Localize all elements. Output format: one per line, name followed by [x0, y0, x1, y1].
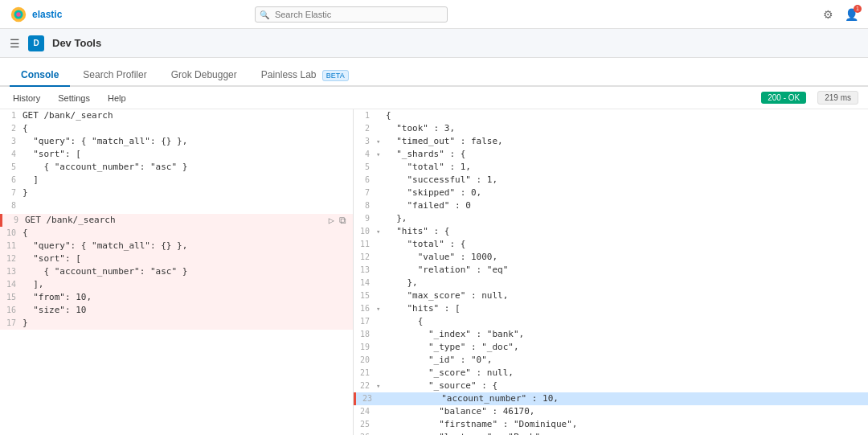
code-line: 15 "from": 10, [0, 291, 353, 304]
json-arrow [376, 122, 386, 135]
json-line-number: 3 [357, 135, 376, 148]
json-line-number: 11 [357, 238, 376, 251]
line-number: 17 [3, 317, 23, 330]
history-button[interactable]: History [10, 92, 43, 105]
global-search-bar[interactable]: 🔍 [255, 6, 448, 23]
line-number: 16 [3, 304, 23, 317]
json-line: 1{ [354, 109, 868, 122]
line-content: } [23, 317, 350, 330]
top-nav: elastic 🔍 ⚙ 👤 1 [0, 0, 868, 29]
line-content: "sort": [ [23, 148, 350, 161]
code-block-block2: 9GET /bank/_search▷⧉10{11 "query": { "ma… [0, 214, 353, 330]
json-line: 10▾ "hits" : { [354, 225, 868, 238]
line-number: 12 [3, 252, 23, 265]
json-arrow [376, 328, 386, 341]
json-line-number: 25 [357, 418, 376, 431]
json-line: 23 "account_number" : 10, [354, 392, 868, 405]
code-line: 10{ [0, 227, 353, 240]
json-content: "firstname" : "Dominique", [386, 418, 865, 431]
json-line: 22▾ "_source" : { [354, 380, 868, 392]
json-line: 4▾ "_shards" : { [354, 148, 868, 161]
json-content: }, [386, 212, 865, 225]
json-line: 19 "_type" : "_doc", [354, 341, 868, 354]
code-line: 1GET /bank/_search [0, 109, 353, 122]
tab-grok-debugger[interactable]: Grok Debugger [160, 64, 248, 87]
json-content: "skipped" : 0, [386, 187, 865, 199]
json-line-number: 21 [357, 367, 376, 380]
json-content: }, [386, 277, 865, 289]
json-line-number: 15 [357, 289, 376, 302]
right-panel[interactable]: 1{2 "took" : 3,3▾ "timed_out" : false,4▾… [354, 109, 868, 435]
json-line-number: 8 [357, 199, 376, 212]
json-line: 2 "took" : 3, [354, 122, 868, 135]
user-icon[interactable]: 👤 1 [845, 8, 858, 21]
line-content: } [23, 187, 350, 199]
line-number: 3 [3, 135, 23, 148]
tab-search-profiler[interactable]: Search Profiler [72, 64, 158, 87]
app-icon: D [28, 35, 44, 51]
json-content: "balance" : 46170, [386, 405, 865, 418]
json-arrow [376, 405, 386, 418]
line-number: 1 [3, 109, 23, 122]
json-arrow [376, 277, 386, 289]
line-content: GET /bank/_search [25, 214, 350, 227]
json-arrow [376, 354, 386, 367]
json-line-number: 19 [357, 341, 376, 354]
code-line: 8 [0, 199, 353, 212]
line-content: { "account_number": "asc" } [23, 161, 350, 174]
tab-painless-lab[interactable]: Painless Lab BETA [250, 64, 360, 87]
json-line: 26 "lastname" : "Park", [354, 431, 868, 435]
json-line-number: 9 [357, 212, 376, 225]
settings-button[interactable]: Settings [55, 92, 93, 105]
json-content: "took" : 3, [386, 122, 865, 135]
json-arrow: ▾ [376, 302, 386, 315]
json-content: "hits" : [ [386, 302, 865, 315]
left-panel[interactable]: 1GET /bank/_search2{3 "query": { "match_… [0, 109, 354, 435]
json-content: "successful" : 1, [386, 174, 865, 187]
json-line-number: 16 [357, 302, 376, 315]
json-line-number: 6 [357, 174, 376, 187]
json-arrow [376, 367, 386, 380]
json-arrow [376, 199, 386, 212]
global-search-input[interactable] [255, 6, 448, 23]
line-number: 13 [3, 265, 23, 278]
json-line: 11 "total" : { [354, 238, 868, 251]
run-icon[interactable]: ▷ [329, 214, 334, 227]
json-line: 24 "balance" : 46170, [354, 405, 868, 418]
json-arrow [376, 187, 386, 199]
json-line: 17 { [354, 315, 868, 328]
code-line: 4 "sort": [ [0, 148, 353, 161]
json-line: 16▾ "hits" : [ [354, 302, 868, 315]
line-content [23, 199, 350, 212]
json-arrow: ▾ [376, 225, 386, 238]
logo-text: elastic [32, 9, 62, 20]
json-line: 20 "_id" : "0", [354, 354, 868, 367]
line-number: 15 [3, 291, 23, 304]
json-arrow [376, 212, 386, 225]
json-line: 15 "max_score" : null, [354, 289, 868, 302]
editor-container: 1GET /bank/_search2{3 "query": { "match_… [0, 109, 868, 435]
tab-console[interactable]: Console [10, 64, 70, 87]
elastic-logo-icon [10, 6, 27, 23]
json-content: "lastname" : "Park", [386, 431, 865, 435]
json-line-number: 22 [357, 380, 376, 392]
json-content: "max_score" : null, [386, 289, 865, 302]
json-content: "hits" : { [386, 225, 865, 238]
settings-icon[interactable]: ⚙ [823, 8, 833, 21]
json-content: "_shards" : { [386, 148, 865, 161]
line-content: "sort": [ [23, 252, 350, 265]
hamburger-icon[interactable]: ☰ [10, 37, 20, 50]
json-content: "failed" : 0 [386, 199, 865, 212]
line-number: 4 [3, 148, 23, 161]
json-arrow [376, 238, 386, 251]
json-content: { [386, 315, 865, 328]
line-number: 2 [3, 122, 23, 135]
json-line: 13 "relation" : "eq" [354, 264, 868, 277]
help-button[interactable]: Help [104, 92, 129, 105]
json-content: { [386, 109, 865, 122]
line-content: "query": { "match_all": {} }, [23, 240, 350, 252]
line-number: 5 [3, 161, 23, 174]
code-line: 9GET /bank/_search▷⧉ [0, 214, 353, 227]
copy-icon[interactable]: ⧉ [339, 214, 346, 227]
search-icon: 🔍 [260, 10, 269, 18]
